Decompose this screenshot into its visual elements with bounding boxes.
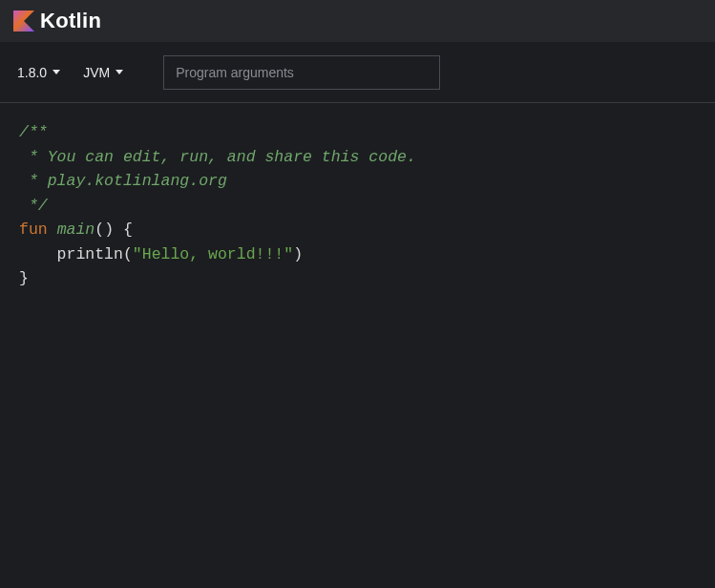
punct-token: (: [123, 245, 133, 263]
code-line: fun main() {: [19, 218, 696, 242]
chevron-down-icon: [116, 70, 123, 74]
brand-title: Kotlin: [40, 9, 101, 33]
punct-token: }: [19, 269, 29, 287]
comment-text: * play.kotlinlang.org: [19, 172, 227, 190]
code-line: /**: [19, 120, 696, 145]
comment-text: */: [19, 197, 48, 215]
program-arguments-input[interactable]: [163, 55, 440, 90]
target-dropdown-label: JVM: [83, 65, 110, 80]
target-dropdown[interactable]: JVM: [81, 59, 125, 86]
toolbar: 1.8.0 JVM: [0, 42, 715, 103]
kotlin-logo-icon: [13, 10, 34, 32]
indent-token: [19, 245, 57, 263]
code-line: println("Hello, world!!!"): [19, 242, 696, 267]
version-dropdown[interactable]: 1.8.0: [15, 59, 62, 86]
string-token: "Hello, world!!!": [133, 245, 293, 263]
comment-text: /**: [19, 123, 48, 141]
code-line: * You can edit, run, and share this code…: [19, 145, 696, 170]
code-line: }: [19, 266, 696, 291]
punct-token: {: [123, 220, 133, 239]
version-dropdown-label: 1.8.0: [17, 65, 47, 80]
punct-token: (: [95, 220, 104, 239]
code-line: * play.kotlinlang.org: [19, 169, 696, 194]
chevron-down-icon: [53, 70, 60, 74]
call-token: println: [57, 245, 123, 263]
top-bar: Kotlin: [0, 0, 715, 42]
punct-token: ): [104, 220, 114, 239]
code-editor[interactable]: /** * You can edit, run, and share this …: [0, 103, 715, 308]
function-name-token: main: [57, 220, 95, 239]
code-line: */: [19, 194, 696, 219]
keyword-token: fun: [19, 220, 48, 239]
comment-text: * You can edit, run, and share this code…: [19, 148, 416, 166]
punct-token: ): [293, 245, 303, 263]
